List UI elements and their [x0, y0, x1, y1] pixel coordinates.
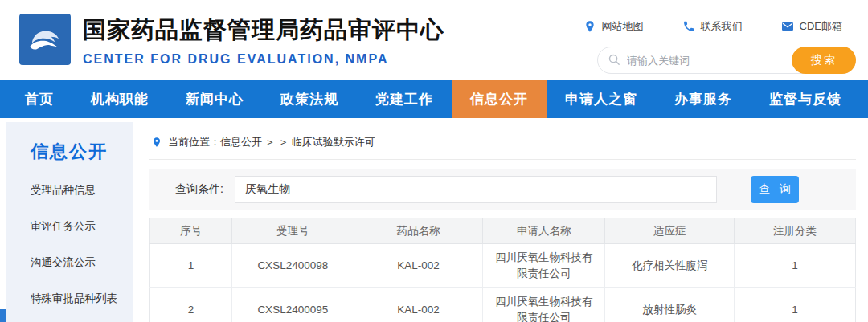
- col-header-applicant: 申请人名称: [483, 218, 605, 244]
- cell-registration-class: 1: [734, 244, 855, 288]
- site-subtitle: CENTER FOR DRUG EVALUATION, NMPA: [83, 52, 444, 67]
- cde-logo[interactable]: [19, 14, 71, 65]
- map-pin-icon: [583, 20, 596, 33]
- query-bar: 查询条件: 查 询: [149, 169, 856, 210]
- title-block: 国家药品监督管理局药品审评中心 CENTER FOR DRUG EVALUATI…: [83, 14, 444, 67]
- nav-item-services[interactable]: 办事服务: [656, 80, 751, 118]
- cell-indication: 化疗相关性腹泻: [605, 244, 735, 288]
- corner-strip: [0, 309, 6, 322]
- cell-indication: 放射性肠炎: [605, 288, 735, 322]
- nav-item-home[interactable]: 首页: [6, 80, 72, 118]
- quick-links: 网站地图 联系我们 CDE邮箱: [583, 19, 842, 34]
- sidebar: 信息公开 受理品种信息 审评任务公示 沟通交流公示 特殊审批品种列表 优先审评公…: [6, 122, 133, 322]
- nav-item-news[interactable]: 新闻中心: [167, 80, 262, 118]
- cell-applicant: 四川厌氧生物科技有限责任公司: [483, 244, 605, 288]
- cell-registration-class: 1: [734, 288, 855, 322]
- query-label: 查询条件:: [175, 182, 223, 197]
- cell-index: 1: [150, 244, 232, 288]
- table-header-row: 序号 受理号 药品名称 申请人名称 适应症 注册分类: [150, 218, 856, 244]
- quick-link-label: 联系我们: [701, 19, 743, 34]
- quick-link-label: 网站地图: [602, 19, 644, 34]
- quick-link-sitemap[interactable]: 网站地图: [583, 19, 644, 34]
- cell-drug-name: KAL-002: [354, 288, 483, 322]
- query-button[interactable]: 查 询: [751, 176, 799, 203]
- location-pin-icon: [151, 136, 162, 149]
- breadcrumb: 当前位置：信息公开 ＞ ＞ 临床试验默示许可: [149, 122, 856, 160]
- swoosh-logo-icon: [24, 18, 66, 60]
- col-header-index: 序号: [150, 218, 232, 244]
- table-row: 2 CXSL2400095 KAL-002 四川厌氧生物科技有限责任公司 放射性…: [150, 288, 856, 322]
- search-icon: [608, 53, 621, 67]
- query-input[interactable]: [235, 176, 717, 203]
- nav-item-supervision[interactable]: 监督与反馈: [751, 80, 860, 118]
- quick-link-contact[interactable]: 联系我们: [682, 19, 743, 34]
- nav-item-functions[interactable]: 机构职能: [72, 80, 167, 118]
- nav-item-policies[interactable]: 政策法规: [262, 80, 357, 118]
- nav-item-info-disclosure[interactable]: 信息公开: [452, 80, 547, 118]
- cell-index: 2: [150, 288, 232, 322]
- quick-link-label: CDE邮箱: [800, 19, 842, 34]
- nav-item-applicant-window[interactable]: 申请人之窗: [547, 80, 656, 118]
- mail-icon: [781, 20, 794, 33]
- col-header-drug-name: 药品名称: [354, 218, 483, 244]
- cell-applicant: 四川厌氧生物科技有限责任公司: [483, 288, 605, 322]
- main-nav: 首页 机构职能 新闻中心 政策法规 党建工作 信息公开 申请人之窗 办事服务 监…: [0, 80, 868, 118]
- sidebar-item-accepted-varieties[interactable]: 受理品种信息: [31, 183, 133, 198]
- cell-acceptance-no: CXSL2400095: [231, 288, 354, 322]
- col-header-registration-class: 注册分类: [734, 218, 855, 244]
- page: 国家药品监督管理局药品审评中心 CENTER FOR DRUG EVALUATI…: [0, 0, 868, 322]
- main-content: 当前位置：信息公开 ＞ ＞ 临床试验默示许可 查询条件: 查 询 序号 受理号 …: [149, 122, 856, 322]
- col-header-indication: 适应症: [605, 218, 735, 244]
- cell-acceptance-no: CXSL2400098: [231, 244, 354, 288]
- nav-item-registration-platform[interactable]: 登记备案平台: [860, 80, 868, 118]
- search-button[interactable]: 搜索: [792, 47, 856, 74]
- results-table: 序号 受理号 药品名称 申请人名称 适应症 注册分类 1 CXSL2400098…: [149, 218, 856, 322]
- site-header: 国家药品监督管理局药品审评中心 CENTER FOR DRUG EVALUATI…: [0, 0, 868, 80]
- sidebar-item-communication[interactable]: 沟通交流公示: [31, 255, 133, 270]
- phone-icon: [682, 20, 695, 33]
- sidebar-item-review-tasks[interactable]: 审评任务公示: [31, 219, 133, 234]
- body-row: 信息公开 受理品种信息 审评任务公示 沟通交流公示 特殊审批品种列表 优先审评公…: [0, 118, 868, 322]
- cell-drug-name: KAL-002: [354, 244, 483, 288]
- sidebar-item-special-approval[interactable]: 特殊审批品种列表: [31, 291, 133, 306]
- sidebar-title[interactable]: 信息公开: [31, 140, 133, 164]
- quick-link-mailbox[interactable]: CDE邮箱: [781, 19, 842, 34]
- table-row: 1 CXSL2400098 KAL-002 四川厌氧生物科技有限责任公司 化疗相…: [150, 244, 856, 288]
- col-header-acceptance-no: 受理号: [231, 218, 354, 244]
- header-search: 搜索: [597, 47, 856, 74]
- nav-item-party[interactable]: 党建工作: [357, 80, 452, 118]
- site-title: 国家药品监督管理局药品审评中心: [83, 14, 444, 47]
- breadcrumb-text: 当前位置：信息公开 ＞ ＞ 临床试验默示许可: [168, 135, 375, 149]
